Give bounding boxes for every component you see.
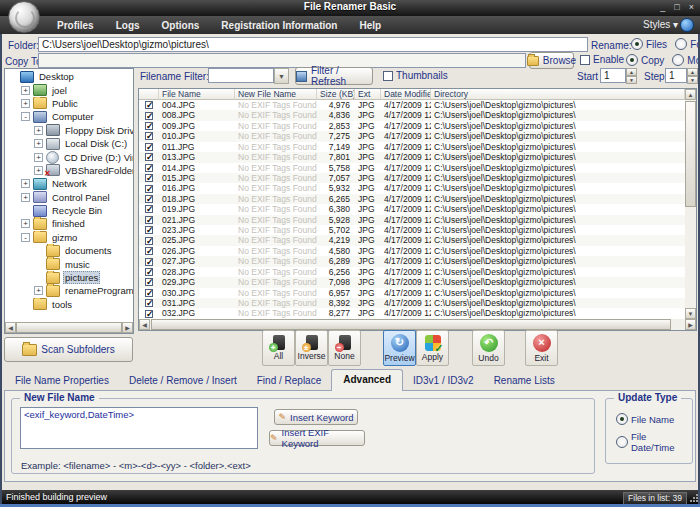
column-header-checkbox[interactable] (139, 89, 159, 100)
row-checkbox-box[interactable] (145, 247, 153, 255)
menu-item-logs[interactable]: Logs (105, 20, 151, 31)
table-row[interactable]: 016.JPGNo EXIF Tags Found5,932JPG4/17/20… (139, 183, 685, 193)
table-row[interactable]: 031.JPGNo EXIF Tags Found8,392JPG4/17/20… (139, 298, 685, 308)
step-input[interactable] (665, 68, 687, 83)
menu-item-options[interactable]: Options (151, 20, 211, 31)
table-row[interactable]: 021.JPGNo EXIF Tags Found5,928JPG4/17/20… (139, 215, 685, 225)
row-checkbox[interactable] (139, 277, 159, 287)
row-checkbox[interactable] (139, 256, 159, 266)
table-row[interactable]: 008.JPGNo EXIF Tags Found4,836JPG4/17/20… (139, 110, 685, 120)
table-hscrollbar[interactable]: ◀ ▶ (139, 319, 696, 330)
styles-menu[interactable]: Styles ▾ (643, 19, 678, 30)
table-row[interactable]: 009.JPGNo EXIF Tags Found2,853JPG4/17/20… (139, 121, 685, 131)
tree-expander-icon[interactable]: + (21, 86, 30, 95)
row-checkbox-box[interactable] (145, 216, 153, 224)
tree-item-pictures[interactable]: pictures (5, 271, 133, 284)
tree-item-renameprograms[interactable]: +renamePrograms (5, 284, 133, 297)
filename-filter-input[interactable] (208, 68, 274, 83)
row-checkbox[interactable] (139, 235, 159, 245)
enable-checkbox-box[interactable] (580, 55, 590, 65)
row-checkbox[interactable] (139, 246, 159, 256)
row-checkbox[interactable] (139, 152, 159, 162)
row-checkbox-box[interactable] (145, 278, 153, 286)
start-input[interactable] (600, 68, 626, 83)
row-checkbox[interactable] (139, 267, 159, 277)
thumbnails-checkbox[interactable]: Thumbnails (383, 70, 448, 81)
table-row[interactable]: 023.JPGNo EXIF Tags Found5,702JPG4/17/20… (139, 225, 685, 235)
table-scroll-down-icon[interactable]: ▼ (685, 308, 696, 319)
update-type-radio-file-date-time[interactable] (616, 436, 628, 448)
tree-item-local-disk-c[interactable]: +Local Disk (C:) (5, 137, 133, 150)
tree-scroll-right-icon[interactable]: ▶ (122, 322, 133, 333)
minimize-button[interactable]: _ (660, 1, 665, 14)
row-checkbox[interactable] (139, 142, 159, 152)
tab-find-replace[interactable]: Find / Replace (247, 372, 331, 390)
insert-keyword-button[interactable]: ✎ Insert Keyword (274, 409, 358, 425)
tree-scroll-thumb[interactable] (16, 322, 122, 333)
tab-file-name-properties[interactable]: File Name Properties (5, 372, 119, 390)
tree-expander-icon[interactable]: - (21, 112, 30, 121)
update-type-file-name[interactable]: File Name (616, 413, 674, 425)
table-vscrollbar[interactable]: ▲ ▼ (685, 89, 696, 319)
row-checkbox-box[interactable] (145, 185, 153, 193)
table-row[interactable]: 004.JPGNo EXIF Tags Found4,976JPG4/17/20… (139, 100, 685, 110)
column-header-ext[interactable]: Ext (355, 89, 381, 100)
row-checkbox-box[interactable] (145, 195, 153, 203)
tree-item-recycle-bin[interactable]: Recycle Bin (5, 204, 133, 217)
undo-button[interactable]: ↶Undo (472, 330, 505, 366)
column-header-directory[interactable]: Directory (431, 89, 685, 100)
row-checkbox-box[interactable] (145, 174, 153, 182)
browse-button[interactable]: Browse (529, 52, 574, 69)
menu-item-help[interactable]: Help (348, 20, 392, 31)
table-row[interactable]: 028.JPGNo EXIF Tags Found6,256JPG4/17/20… (139, 267, 685, 277)
all-button[interactable]: All (262, 330, 295, 366)
start-spinner[interactable]: ▲▼ (626, 68, 637, 84)
tree-expander-icon[interactable]: + (34, 139, 43, 148)
tree-item-vbsharedfolder-vboxsvr-z[interactable]: +VBSharedFolder (\\vboxsvr) (Z (5, 164, 133, 177)
column-header-new-file-name[interactable]: New File Name (235, 89, 317, 100)
thumbnails-checkbox-box[interactable] (383, 71, 393, 81)
row-checkbox-box[interactable] (145, 310, 153, 318)
tree-item-documents[interactable]: documents (5, 244, 133, 257)
tree-item-network[interactable]: +Network (5, 177, 133, 190)
table-row[interactable]: 029.JPGNo EXIF Tags Found7,098JPG4/17/20… (139, 277, 685, 287)
table-row[interactable]: 019.JPGNo EXIF Tags Found6,380JPG4/17/20… (139, 204, 685, 214)
column-header-size-kb[interactable]: Size (KB) (317, 89, 355, 100)
table-row[interactable]: 030.JPGNo EXIF Tags Found6,957JPG4/17/20… (139, 288, 685, 298)
tree-item-tools[interactable]: tools (5, 298, 133, 311)
filter-dropdown-button[interactable]: ▼ (274, 68, 289, 84)
tree-item-public[interactable]: +Public (5, 97, 133, 110)
tab-id3v1-id3v2[interactable]: ID3v1 / ID3v2 (403, 372, 484, 390)
table-row[interactable]: 015.JPGNo EXIF Tags Found7,057JPG4/17/20… (139, 173, 685, 183)
rename-radio-folders[interactable] (675, 38, 687, 50)
exit-button[interactable]: ×Exit (525, 330, 558, 366)
tree-item-control-panel[interactable]: +Control Panel (5, 191, 133, 204)
row-checkbox[interactable] (139, 215, 159, 225)
update-type-file-date-time[interactable]: File Date/Time (616, 431, 692, 453)
tab-delete-remove-insert[interactable]: Delete / Remove / Insert (119, 372, 247, 390)
row-checkbox-box[interactable] (145, 153, 153, 161)
tree-expander-icon[interactable]: - (21, 233, 30, 242)
tree-item-computer[interactable]: -Computer (5, 110, 133, 123)
maximize-button[interactable]: □ (674, 1, 679, 14)
tree-item-cd-drive-d-virtualbox-guest[interactable]: +CD Drive (D:) VirtualBox Guest (5, 150, 133, 163)
update-type-radio-file-name[interactable] (616, 413, 628, 425)
row-checkbox[interactable] (139, 173, 159, 183)
menu-item-registration-information[interactable]: Registration Information (210, 20, 348, 31)
row-checkbox[interactable] (139, 183, 159, 193)
tab-rename-lists[interactable]: Rename Lists (484, 372, 565, 390)
row-checkbox[interactable] (139, 225, 159, 235)
row-checkbox-box[interactable] (145, 205, 153, 213)
tree-item-desktop[interactable]: Desktop (5, 70, 133, 83)
tree-expander-icon[interactable]: + (34, 153, 43, 162)
tree-expander-icon[interactable]: + (21, 179, 30, 188)
globe-icon[interactable] (680, 18, 694, 32)
row-checkbox[interactable] (139, 194, 159, 204)
tree-scroll-left-icon[interactable]: ◀ (5, 322, 16, 333)
table-scroll-left-icon[interactable]: ◀ (139, 319, 150, 330)
tree-item-music[interactable]: music (5, 257, 133, 270)
folder-input[interactable] (38, 37, 588, 52)
copy-mode-copy[interactable]: Copy (626, 54, 664, 66)
table-row[interactable]: 014.JPGNo EXIF Tags Found5,758JPG4/17/20… (139, 163, 685, 173)
tab-advanced[interactable]: Advanced (331, 369, 403, 391)
